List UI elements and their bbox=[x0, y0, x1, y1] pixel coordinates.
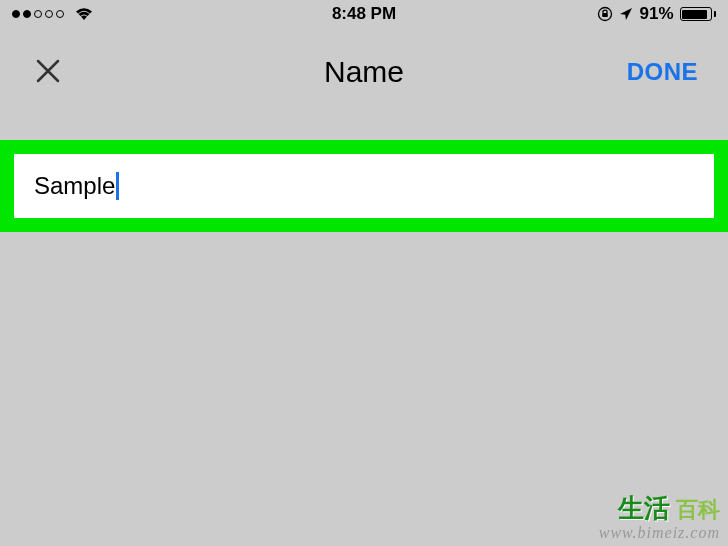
svg-rect-1 bbox=[603, 13, 609, 17]
name-input[interactable]: Sample bbox=[14, 154, 714, 218]
location-icon bbox=[619, 7, 633, 21]
nav-bar: Name DONE bbox=[0, 28, 728, 116]
watermark: 生活 百科 www.bimeiz.com bbox=[591, 487, 728, 546]
text-cursor bbox=[116, 172, 119, 200]
cellular-signal-icon bbox=[12, 10, 64, 18]
battery-icon bbox=[680, 7, 717, 21]
watermark-url: www.bimeiz.com bbox=[599, 524, 720, 542]
watermark-sub: 百科 bbox=[676, 495, 720, 525]
battery-percent: 91% bbox=[639, 4, 673, 24]
wifi-icon bbox=[74, 6, 94, 22]
close-button[interactable] bbox=[30, 55, 66, 89]
name-input-value: Sample bbox=[34, 172, 115, 200]
status-bar: 8:48 PM 91% bbox=[0, 0, 728, 28]
done-button[interactable]: DONE bbox=[627, 58, 698, 86]
status-right: 91% bbox=[597, 4, 716, 24]
orientation-lock-icon bbox=[597, 6, 613, 22]
status-time: 8:48 PM bbox=[332, 4, 396, 24]
input-highlight: Sample bbox=[0, 140, 728, 232]
status-left bbox=[12, 6, 94, 22]
watermark-main: 生活 bbox=[618, 491, 670, 526]
page-title: Name bbox=[324, 55, 404, 89]
